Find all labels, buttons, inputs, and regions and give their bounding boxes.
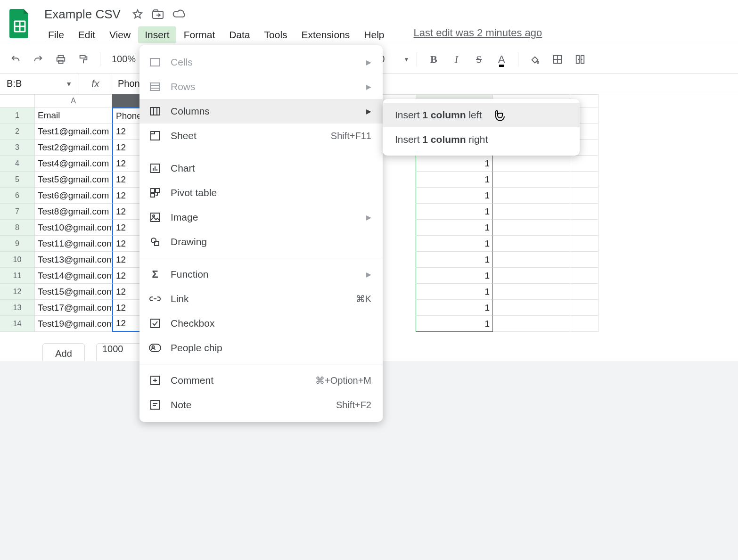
row-header[interactable]: 4 [0,156,35,172]
last-edit-link[interactable]: Last edit was 2 minutes ago [414,27,542,45]
row-header[interactable]: 3 [0,140,35,156]
cell[interactable]: Test19@gmail.com [35,316,112,332]
text-color-button[interactable]: A [492,50,510,68]
cell[interactable] [570,252,599,268]
menu-format[interactable]: Format [177,26,222,43]
cell[interactable]: 1 [416,300,493,316]
paint-format-button[interactable] [74,50,92,68]
fill-color-button[interactable] [526,50,544,68]
menu-file[interactable]: File [41,26,71,43]
row-header[interactable]: 5 [0,172,35,188]
insert-function[interactable]: Σ Function ▶ [139,262,383,287]
menu-help[interactable]: Help [357,26,391,43]
cell[interactable]: Test1@gmail.com [35,124,112,140]
cell-selected-col[interactable]: 12 [112,252,140,268]
cell[interactable] [570,188,599,204]
cell[interactable]: Test2@gmail.com [35,140,112,156]
name-box[interactable]: B:B ▼ [0,74,79,94]
cell[interactable]: Test6@gmail.com [35,188,112,204]
cell[interactable]: 1 [416,252,493,268]
redo-button[interactable] [29,50,47,68]
cell-selected-col[interactable]: 12 [112,188,140,204]
cell[interactable]: 1 [416,188,493,204]
cell-selected-col[interactable]: 12 [112,268,140,284]
cell[interactable]: 1 [416,236,493,252]
insert-rows[interactable]: Rows ▶ [139,74,383,99]
insert-columns[interactable]: Columns ▶ [139,99,383,124]
cell-selected-col[interactable]: 12 [112,140,140,156]
cell-selected-col[interactable]: 12 [112,220,140,236]
insert-pivot-table[interactable]: Pivot table [139,181,383,205]
star-icon[interactable] [131,8,144,21]
insert-comment[interactable]: Comment ⌘+Option+M [139,368,383,393]
cell[interactable]: Test17@gmail.com [35,300,112,316]
cell-selected-col[interactable]: 12 [112,236,140,252]
insert-link[interactable]: Link ⌘K [139,287,383,311]
cell[interactable]: 1 [416,316,493,332]
cell-selected-col[interactable]: 12 [112,156,140,172]
row-header[interactable]: 11 [0,268,35,284]
cell[interactable]: 1 [416,268,493,284]
insert-note[interactable]: Note Shift+F2 [139,393,383,417]
row-header[interactable]: 13 [0,300,35,316]
merge-cells-button[interactable] [571,50,589,68]
cell[interactable]: Test14@gmail.com [35,268,112,284]
insert-chart[interactable]: Chart [139,156,383,181]
cell-selected-col[interactable]: 12 [112,124,140,140]
cell[interactable] [493,236,570,252]
undo-button[interactable] [7,50,25,68]
cell[interactable] [493,220,570,236]
cell[interactable]: 1 [416,220,493,236]
row-header[interactable]: 12 [0,284,35,300]
menu-insert[interactable]: Insert [138,26,176,43]
cell[interactable] [493,300,570,316]
menu-edit[interactable]: Edit [72,26,102,43]
cell-selected-col[interactable]: 12 [112,316,140,332]
menu-extensions[interactable]: Extensions [295,26,357,43]
cell[interactable]: 1 [416,204,493,220]
cell[interactable]: Test5@gmail.com [35,172,112,188]
cell[interactable] [570,220,599,236]
cell[interactable]: Test8@gmail.com [35,204,112,220]
insert-checkbox[interactable]: Checkbox [139,311,383,336]
insert-column-right[interactable]: Insert 1 column right [383,127,580,152]
cell[interactable] [493,172,570,188]
doc-title[interactable]: Example CSV [41,6,123,23]
cell[interactable] [570,156,599,172]
row-header[interactable]: 10 [0,252,35,268]
cell[interactable] [570,316,599,332]
row-header[interactable]: 14 [0,316,35,332]
menu-tools[interactable]: Tools [258,26,294,43]
borders-button[interactable] [549,50,566,68]
cell[interactable] [493,156,570,172]
select-all-corner[interactable] [0,94,35,107]
row-header[interactable]: 2 [0,124,35,140]
cell-selected-col[interactable]: 12 [112,284,140,300]
cell-selected-col[interactable]: 12 [112,172,140,188]
cell[interactable] [493,284,570,300]
move-icon[interactable] [152,8,165,21]
cell[interactable] [493,188,570,204]
cell[interactable]: Test11@gmail.com [35,236,112,252]
cell[interactable]: Test15@gmail.com [35,284,112,300]
print-button[interactable] [52,50,70,68]
menu-data[interactable]: Data [222,26,256,43]
column-header-b-selected[interactable] [112,94,140,107]
menu-view[interactable]: View [103,26,137,43]
row-header[interactable]: 9 [0,236,35,252]
insert-cells[interactable]: Cells ▶ [139,50,383,74]
cell[interactable] [570,236,599,252]
insert-drawing[interactable]: Drawing [139,230,383,254]
cell[interactable]: Email [35,107,112,124]
cell[interactable] [570,204,599,220]
cell[interactable] [570,268,599,284]
cloud-status-icon[interactable] [172,8,186,21]
row-header[interactable]: 8 [0,220,35,236]
strikethrough-button[interactable]: S [470,50,488,68]
cell[interactable] [570,300,599,316]
cell[interactable] [493,268,570,284]
zoom-select[interactable]: 100% [108,54,139,65]
cell[interactable] [493,204,570,220]
bold-button[interactable]: B [425,50,443,68]
cell[interactable] [493,316,570,332]
